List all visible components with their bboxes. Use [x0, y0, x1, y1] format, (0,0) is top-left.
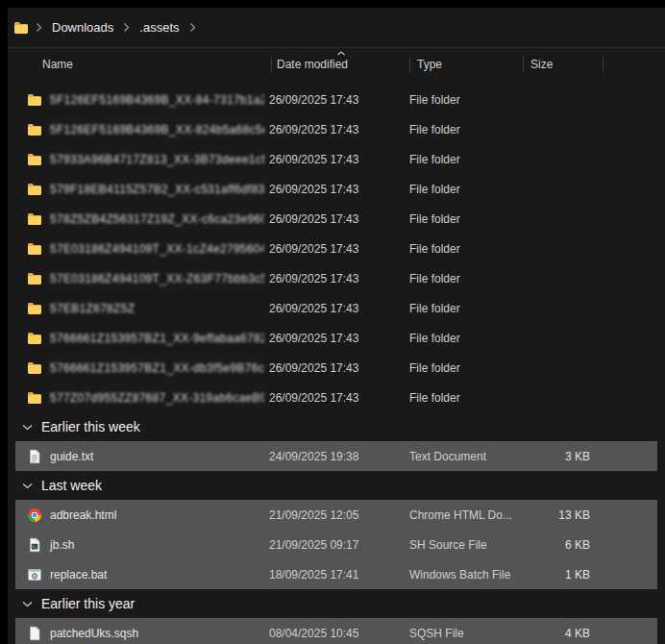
folder-icon [27, 331, 42, 346]
file-row[interactable]: 5F126EF5169B4369B_XX-824b5a68c5eb6d... 2… [15, 114, 657, 144]
folder-icon [27, 182, 42, 197]
file-name: 578Z5ZB4Z56317Z19Z_XX-c6ca23e960e0fb... [42, 212, 264, 226]
file-name: patchedUks.sqsh [42, 627, 264, 640]
breadcrumb-item-downloads[interactable]: Downloads [45, 16, 120, 38]
file-row[interactable]: 577Z07d955ZZ87687_XX-319ab6caeB971Z... 2… [15, 383, 657, 412]
file-row[interactable]: 57E03186Z494109T_XX-Z63F77bbb3c54... 26/… [15, 263, 657, 293]
file-row[interactable]: replace.bat 18/09/2025 17:41 Windows Bat… [15, 559, 657, 589]
chrome-icon [27, 508, 42, 523]
file-type: File folder [403, 332, 516, 345]
group-label: Earlier this week [41, 419, 140, 434]
folder-icon [27, 152, 42, 167]
file-name: 5766661Z153957BZ1_XX-9effabaa6782aa... [42, 332, 264, 345]
file-explorer-window: Downloads .assets Name Date modified Typ… [8, 8, 665, 644]
file-name: replace.bat [42, 568, 264, 582]
file-type: Text Document [403, 450, 516, 463]
column-header-date-label: Date modified [277, 58, 348, 71]
file-type: File folder [403, 153, 516, 166]
file-name: 57EB1Z678Z5Z [42, 302, 264, 315]
column-header-date-modified[interactable]: Date modified [272, 55, 410, 74]
file-row[interactable]: 5F126EF5169B4369B_XX-84-7317b1a23ba... 2… [15, 85, 657, 114]
file-date-modified: 26/09/2025 17:43 [264, 212, 403, 226]
file-row[interactable]: patchedUks.sqsh 08/04/2025 10:45 SQSH Fi… [15, 618, 657, 644]
chevron-right-icon[interactable] [33, 22, 45, 33]
folder-icon [27, 390, 42, 406]
file-date-modified: 26/09/2025 17:43 [264, 242, 403, 256]
file-date-modified: 26/09/2025 17:43 [264, 361, 403, 375]
file-type: File folder [403, 123, 516, 136]
file-date-modified: 18/09/2025 17:41 [264, 568, 403, 582]
file-date-modified: 26/09/2025 17:43 [264, 183, 403, 196]
chevron-down-icon[interactable] [22, 601, 33, 607]
batch-icon [27, 567, 42, 582]
folder-icon [27, 92, 42, 108]
file-type: File folder [403, 212, 516, 226]
file-type: File folder [403, 183, 516, 196]
file-type: File folder [403, 93, 516, 107]
folder-icon [13, 20, 29, 36]
file-size: 6 KB [516, 538, 596, 552]
file-row[interactable]: adbreak.html 21/09/2025 12:05 Chrome HTM… [15, 500, 657, 530]
file-type: Windows Batch File [403, 568, 516, 582]
file-icon [27, 626, 42, 641]
folder-icon [27, 122, 42, 137]
file-type: Chrome HTML Do... [403, 508, 516, 522]
file-row[interactable]: guide.txt 24/09/2025 19:38 Text Document… [15, 441, 657, 471]
file-date-modified: 26/09/2025 17:43 [264, 391, 403, 405]
folder-icon [27, 271, 42, 286]
folder-icon [27, 241, 42, 257]
file-name: 579F18EB4115Z57B2_XX-c531aff6df833e1... [42, 183, 264, 196]
chevron-right-icon[interactable] [186, 22, 199, 33]
script-icon [27, 537, 42, 553]
text-icon [27, 449, 42, 464]
file-name: 5F126EF5169B4369B_XX-824b5a68c5eb6d... [42, 123, 264, 136]
file-date-modified: 26/09/2025 17:43 [264, 302, 403, 315]
file-size: 4 KB [516, 627, 596, 640]
file-row[interactable]: 579F18EB4115Z57B2_XX-c531aff6df833e1... … [15, 174, 657, 204]
breadcrumb-item-assets[interactable]: .assets [133, 16, 185, 38]
file-name: jb.sh [42, 538, 264, 552]
file-row[interactable]: 5766661Z153957BZ1_XX-9effabaa6782aa... 2… [15, 323, 657, 353]
file-name: 57E03186Z494109T_XX-Z63F77bbb3c54... [42, 272, 264, 285]
file-type: File folder [403, 242, 516, 256]
file-name: 577Z07d955ZZ87687_XX-319ab6caeB971Z... [42, 391, 264, 405]
group-header[interactable]: Last week [15, 471, 657, 500]
group-header[interactable]: Earlier this year [15, 589, 657, 618]
group-label: Earlier this year [41, 596, 135, 611]
file-row[interactable]: 57933A96B4717Z813_XX-3B73deee1cfbd7... 2… [15, 144, 657, 174]
file-type: SQSH File [403, 627, 516, 640]
file-size: 1 KB [516, 568, 596, 582]
file-type: File folder [403, 272, 516, 285]
file-row[interactable]: jb.sh 21/09/2025 09:17 SH Source File 6 … [15, 530, 657, 559]
file-date-modified: 08/04/2025 10:45 [264, 627, 403, 640]
file-row[interactable]: 57EB1Z678Z5Z 26/09/2025 17:43 File folde… [15, 293, 657, 323]
file-name: adbreak.html [42, 508, 264, 522]
file-name: 57933A96B4717Z813_XX-3B73deee1cfbd7... [42, 153, 264, 166]
file-date-modified: 21/09/2025 12:05 [264, 508, 403, 522]
sort-ascending-icon [337, 46, 346, 58]
file-name: 57E03186Z494109T_XX-1cZ4e279560404... [42, 242, 264, 256]
file-date-modified: 21/09/2025 09:17 [264, 538, 403, 552]
file-name: guide.txt [42, 450, 264, 463]
file-date-modified: 26/09/2025 17:43 [264, 93, 403, 107]
file-type: File folder [403, 361, 516, 375]
file-date-modified: 26/09/2025 17:43 [264, 332, 403, 345]
column-header-size[interactable]: Size [524, 55, 603, 74]
file-row[interactable]: 578Z5ZB4Z56317Z19Z_XX-c6ca23e960e0fb... … [15, 204, 657, 234]
file-date-modified: 26/09/2025 17:43 [264, 272, 403, 285]
chevron-right-icon[interactable] [120, 22, 133, 33]
file-row[interactable]: 5766661Z153957BZ1_XX-db3f5e9B76c9fc... 2… [15, 353, 657, 383]
folder-icon [27, 211, 42, 227]
column-header-name[interactable]: Name [15, 55, 272, 74]
file-size: 13 KB [516, 508, 596, 522]
file-row[interactable]: 57E03186Z494109T_XX-1cZ4e279560404... 26… [15, 234, 657, 263]
file-date-modified: 26/09/2025 17:43 [264, 123, 403, 136]
chevron-down-icon[interactable] [22, 483, 33, 489]
chevron-down-icon[interactable] [22, 424, 33, 431]
file-date-modified: 24/09/2025 19:38 [264, 450, 403, 463]
group-header[interactable]: Earlier this week [15, 412, 657, 441]
column-header-type[interactable]: Type [410, 55, 524, 74]
file-date-modified: 26/09/2025 17:43 [264, 153, 403, 166]
file-list: 5F126EF5169B4369B_XX-84-7317b1a23ba... 2… [8, 80, 665, 644]
file-type: File folder [403, 302, 516, 315]
